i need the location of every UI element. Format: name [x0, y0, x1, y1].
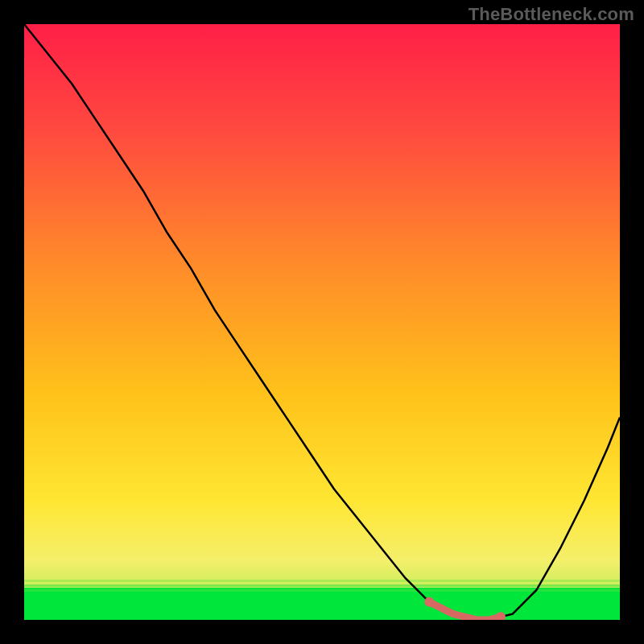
watermark-text: TheBottleneck.com — [469, 4, 634, 25]
highlight-dot-left — [424, 597, 434, 607]
bottleneck-chart — [24, 24, 620, 620]
stripe — [24, 589, 620, 592]
stripe — [24, 584, 620, 587]
gradient-background — [24, 24, 620, 620]
stripe — [24, 580, 620, 582]
green-base — [24, 588, 620, 620]
